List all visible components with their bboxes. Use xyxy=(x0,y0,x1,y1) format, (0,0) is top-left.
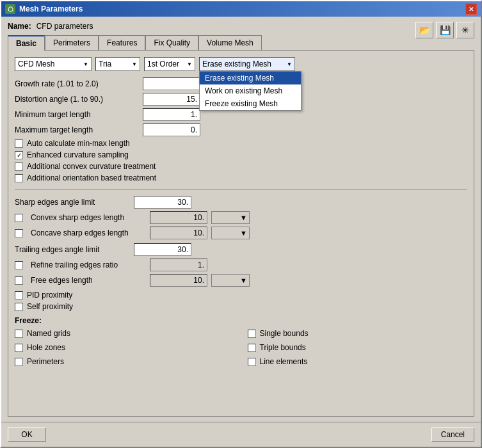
sharp-angle-input[interactable]: 30. xyxy=(134,196,191,209)
refine-trailing-input[interactable]: 1. xyxy=(150,259,207,271)
convex-sharp-row: Convex sharp edges length 10. ▼ xyxy=(15,211,467,224)
freeze-section: Freeze: Named grids Single bounds Hole z… xyxy=(15,316,467,369)
close-button[interactable]: ✕ xyxy=(465,3,477,15)
distortion-angle-input[interactable]: 15. xyxy=(143,93,200,106)
enhanced-row: Enhanced curvature sampling xyxy=(15,150,467,159)
chevron-down-icon: ▼ xyxy=(287,61,292,67)
element-type-select[interactable]: Tria ▼ xyxy=(95,57,140,71)
chevron-down-icon: ▼ xyxy=(83,61,88,67)
convex-curvature-checkbox[interactable] xyxy=(15,163,23,171)
distortion-angle-label: Distortion angle (1. to 90.) xyxy=(15,95,143,104)
settings-button[interactable]: ✳ xyxy=(456,22,474,38)
convex-sharp-label: Convex sharp edges length xyxy=(31,213,146,222)
dropdown-item-freeze[interactable]: Freeze existing Mesh xyxy=(200,97,301,110)
trailing-angle-input[interactable]: 30. xyxy=(134,243,191,256)
triple-bounds-label: Triple bounds xyxy=(260,343,306,352)
cancel-button[interactable]: Cancel xyxy=(431,428,474,442)
chevron-down-icon: ▼ xyxy=(132,61,137,67)
free-edges-unit-select[interactable]: ▼ xyxy=(211,274,250,287)
mesh-action-wrapper: Erase existing Mesh ▼ Erase existing Mes… xyxy=(199,57,295,71)
refine-trailing-checkbox[interactable] xyxy=(15,261,23,269)
self-proximity-row: Self proximity xyxy=(15,302,467,311)
name-row: Name: CFD parameters xyxy=(8,22,474,31)
sharp-angle-label: Sharp edges angle limit xyxy=(15,198,130,207)
tab-fix-quality[interactable]: Fix Quality xyxy=(145,35,198,51)
concave-sharp-input[interactable]: 10. xyxy=(150,227,207,239)
max-target-label: Maximum target length xyxy=(15,125,143,134)
line-elements-row: Line elements xyxy=(248,357,468,366)
self-proximity-label: Self proximity xyxy=(27,302,73,311)
line-elements-checkbox[interactable] xyxy=(248,358,256,366)
mesh-action-dropdown: Erase existing Mesh Work on existing Mes… xyxy=(199,71,301,111)
concave-sharp-checkbox[interactable] xyxy=(15,229,23,237)
trailing-angle-label: Trailing edges angle limit xyxy=(15,245,130,254)
named-grids-label: Named grids xyxy=(27,329,70,338)
hole-zones-label: Hole zones xyxy=(27,343,65,352)
growth-rate-input[interactable] xyxy=(143,77,200,90)
name-label: Name: xyxy=(8,22,31,31)
auto-calc-checkbox[interactable] xyxy=(15,140,23,148)
pid-proximity-checkbox[interactable] xyxy=(15,291,23,300)
orientation-checkbox[interactable] xyxy=(15,174,23,182)
tab-volume-mesh[interactable]: Volume Mesh xyxy=(198,35,262,51)
single-bounds-row: Single bounds xyxy=(248,329,468,338)
tab-features[interactable]: Features xyxy=(99,35,145,51)
main-window: ⬡ Mesh Parameters ✕ Name: CFD parameters… xyxy=(0,0,482,448)
open-button[interactable]: 📂 xyxy=(415,22,433,38)
chevron-down-icon: ▼ xyxy=(240,276,247,284)
convex-sharp-checkbox[interactable] xyxy=(15,214,23,222)
save-button[interactable]: 💾 xyxy=(436,22,454,38)
name-value: CFD parameters xyxy=(36,22,93,31)
concave-sharp-unit-select[interactable]: ▼ xyxy=(211,227,250,239)
ok-button[interactable]: OK xyxy=(8,428,46,442)
mesh-type-select[interactable]: CFD Mesh ▼ xyxy=(15,57,92,71)
single-bounds-checkbox[interactable] xyxy=(248,330,256,338)
dropdown-item-work[interactable]: Work on existing Mesh xyxy=(200,84,301,97)
named-grids-checkbox[interactable] xyxy=(15,330,23,338)
orientation-row: Additional orientation based treatment xyxy=(15,173,467,182)
hole-zones-checkbox[interactable] xyxy=(15,344,23,352)
free-edges-label: Free edges length xyxy=(31,276,146,285)
min-target-input[interactable]: 1. xyxy=(143,108,200,121)
dropdown-row: CFD Mesh ▼ Tria ▼ 1st Order ▼ Erase exis… xyxy=(15,57,467,71)
titlebar: ⬡ Mesh Parameters ✕ xyxy=(1,1,481,17)
orientation-label: Additional orientation based treatment xyxy=(27,173,156,182)
perimeters-checkbox[interactable] xyxy=(15,358,23,366)
named-grids-row: Named grids xyxy=(15,329,235,338)
content-area: Name: CFD parameters 📂 💾 ✳ Basic Perimet… xyxy=(1,17,481,422)
single-bounds-label: Single bounds xyxy=(260,329,309,338)
mesh-action-select[interactable]: Erase existing Mesh ▼ xyxy=(199,57,295,71)
tab-perimeters[interactable]: Perimeters xyxy=(45,35,99,51)
pid-proximity-label: PID proximity xyxy=(27,291,72,300)
convex-curvature-label: Additional convex curvature treatment xyxy=(27,162,156,171)
chevron-down-icon: ▼ xyxy=(187,61,192,67)
bottom-bar: OK Cancel xyxy=(1,422,481,447)
convex-curvature-row: Additional convex curvature treatment xyxy=(15,162,467,171)
toolbar: 📂 💾 ✳ xyxy=(415,22,474,38)
tab-content-basic: CFD Mesh ▼ Tria ▼ 1st Order ▼ Erase exis… xyxy=(8,50,474,417)
enhanced-checkbox[interactable] xyxy=(15,151,23,159)
self-proximity-checkbox[interactable] xyxy=(15,303,23,311)
freeze-grid: Named grids Single bounds Hole zones Tri… xyxy=(15,329,467,369)
auto-calc-row: Auto calculate min-max length xyxy=(15,139,467,148)
max-target-row: Maximum target length 0. xyxy=(15,124,467,136)
max-target-input[interactable]: 0. xyxy=(143,124,200,136)
chevron-down-icon: ▼ xyxy=(240,214,247,221)
concave-sharp-label: Concave sharp edges length xyxy=(31,228,146,237)
triple-bounds-checkbox[interactable] xyxy=(248,344,256,352)
chevron-down-icon: ▼ xyxy=(240,229,247,237)
line-elements-label: Line elements xyxy=(260,357,308,366)
refine-trailing-label: Refine trailing edges ratio xyxy=(31,260,146,269)
convex-sharp-input[interactable]: 10. xyxy=(150,211,207,224)
tab-basic[interactable]: Basic xyxy=(8,35,45,51)
free-edges-input[interactable]: 10. xyxy=(150,274,207,287)
auto-calc-label: Auto calculate min-max length xyxy=(27,139,130,148)
free-edges-checkbox[interactable] xyxy=(15,276,23,285)
order-select[interactable]: 1st Order ▼ xyxy=(144,57,195,71)
refine-trailing-row: Refine trailing edges ratio 1. xyxy=(15,259,467,271)
perimeters-row: Perimeters xyxy=(15,357,235,366)
growth-rate-label: Growth rate (1.01 to 2.0) xyxy=(15,79,143,88)
convex-sharp-unit-select[interactable]: ▼ xyxy=(211,211,250,224)
concave-sharp-row: Concave sharp edges length 10. ▼ xyxy=(15,227,467,239)
dropdown-item-erase[interactable]: Erase existing Mesh xyxy=(200,72,301,84)
